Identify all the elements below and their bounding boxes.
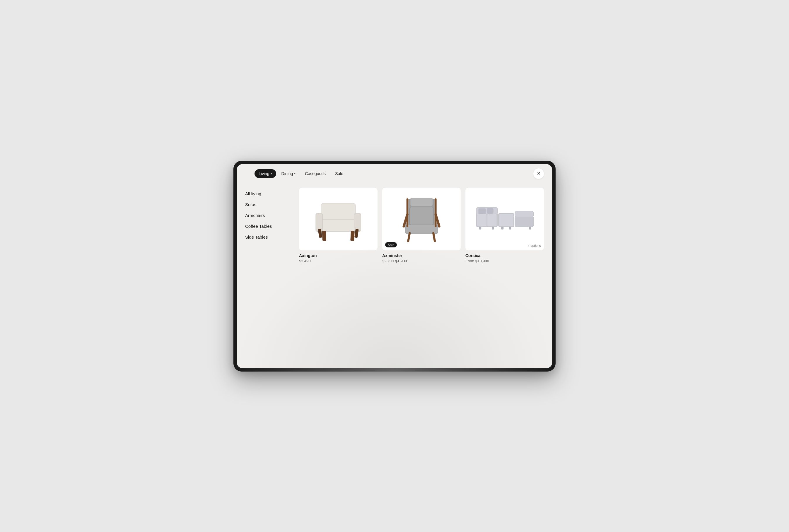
nav-item-sale[interactable]: Sale bbox=[331, 169, 347, 178]
sidebar-item-side-tables[interactable]: Side Tables bbox=[245, 232, 292, 242]
products-grid: Axington$2,490 SaleAxminster$2,200$1,900 bbox=[299, 188, 544, 263]
product-image-container bbox=[299, 188, 377, 250]
products-area: Axington$2,490 SaleAxminster$2,200$1,900 bbox=[299, 188, 544, 360]
svg-rect-21 bbox=[515, 216, 533, 227]
product-price: $2,200$1,900 bbox=[382, 259, 461, 263]
product-card[interactable]: + optionsCorsicaFrom $10,900 bbox=[465, 188, 544, 263]
product-name: Axminster bbox=[382, 253, 461, 258]
device-frame: Living▾Dining▾CasegoodsSale ✕ All living… bbox=[233, 161, 556, 372]
nav-item-dining[interactable]: Dining▾ bbox=[277, 169, 300, 178]
nav-bar: Living▾Dining▾CasegoodsSale bbox=[255, 169, 347, 178]
svg-rect-25 bbox=[499, 214, 514, 226]
sidebar-item-armchairs[interactable]: Armchairs bbox=[245, 210, 292, 220]
svg-rect-10 bbox=[410, 207, 433, 225]
product-card[interactable]: Axington$2,490 bbox=[299, 188, 377, 263]
close-button[interactable]: ✕ bbox=[533, 168, 544, 179]
svg-rect-28 bbox=[479, 227, 481, 230]
sidebar-item-all-living[interactable]: All living bbox=[245, 189, 292, 198]
sidebar-item-coffee-tables[interactable]: Coffee Tables bbox=[245, 221, 292, 231]
svg-rect-22 bbox=[515, 211, 533, 217]
svg-rect-26 bbox=[478, 208, 486, 214]
main-content: All livingSofasArmchairsCoffee TablesSid… bbox=[237, 183, 552, 368]
svg-rect-3 bbox=[354, 213, 361, 231]
product-name: Corsica bbox=[465, 253, 544, 258]
price-sale: $1,900 bbox=[395, 259, 407, 263]
sidebar-item-sofas[interactable]: Sofas bbox=[245, 200, 292, 209]
svg-rect-4 bbox=[322, 231, 326, 241]
sidebar: All livingSofasArmchairsCoffee TablesSid… bbox=[245, 188, 292, 360]
sale-badge: Sale bbox=[385, 242, 397, 247]
product-image-container: Sale bbox=[382, 188, 461, 250]
header: Living▾Dining▾CasegoodsSale ✕ bbox=[237, 164, 552, 183]
options-badge[interactable]: + options bbox=[528, 244, 541, 247]
product-price: From $10,900 bbox=[465, 259, 544, 263]
svg-rect-29 bbox=[492, 227, 494, 230]
price-original: $2,200 bbox=[382, 259, 394, 263]
svg-rect-31 bbox=[509, 227, 511, 230]
svg-rect-24 bbox=[487, 214, 497, 226]
svg-rect-30 bbox=[501, 227, 504, 230]
svg-rect-27 bbox=[487, 208, 493, 214]
svg-rect-23 bbox=[477, 214, 486, 226]
svg-rect-1 bbox=[320, 220, 357, 232]
svg-rect-32 bbox=[529, 227, 531, 230]
svg-line-14 bbox=[408, 233, 410, 241]
svg-line-15 bbox=[433, 233, 435, 241]
nav-item-casegoods[interactable]: Casegoods bbox=[301, 169, 330, 178]
product-name: Axington bbox=[299, 253, 377, 258]
product-price: $2,490 bbox=[299, 259, 377, 263]
nav-item-living[interactable]: Living▾ bbox=[255, 169, 276, 178]
svg-rect-0 bbox=[321, 203, 356, 222]
svg-rect-9 bbox=[410, 198, 433, 206]
chevron-down-icon: ▾ bbox=[270, 172, 272, 175]
svg-rect-5 bbox=[350, 231, 355, 241]
product-image-container: + options bbox=[465, 188, 544, 250]
product-card[interactable]: SaleAxminster$2,200$1,900 bbox=[382, 188, 461, 263]
device-screen: Living▾Dining▾CasegoodsSale ✕ All living… bbox=[237, 164, 552, 368]
svg-rect-2 bbox=[316, 213, 323, 231]
chevron-down-icon: ▾ bbox=[294, 172, 296, 175]
